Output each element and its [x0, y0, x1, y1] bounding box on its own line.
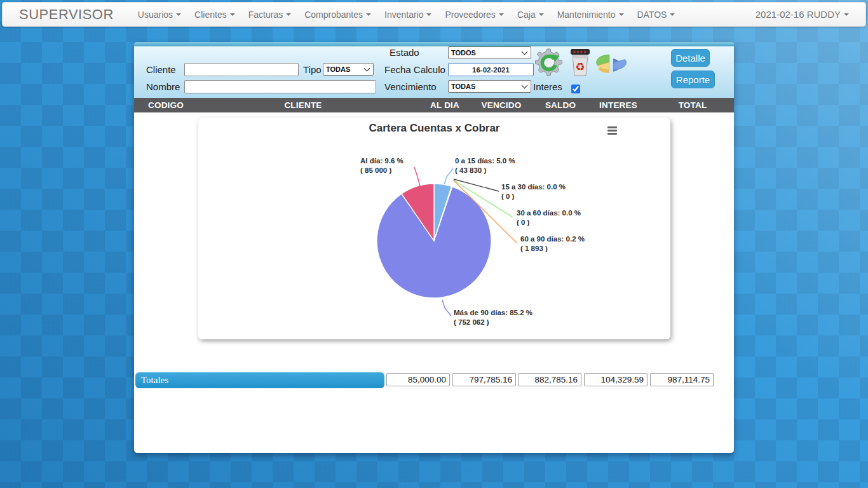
main-menu: Usuarios Clientes Facturas Comprobantes …: [138, 10, 675, 20]
interes-checkbox[interactable]: [571, 85, 580, 93]
top-navbar: SUPERVISOR Usuarios Clientes Facturas Co…: [2, 2, 866, 27]
pie-connector: [454, 179, 499, 191]
col-aldia: AL DIA: [430, 100, 459, 110]
totals-label-bar: Totales: [135, 372, 384, 388]
pie-connector: [414, 167, 420, 186]
chevron-down-icon: [670, 13, 675, 16]
pie-slice-label: Al día: 9.6 %( 85 000 ): [360, 156, 403, 175]
vencimiento-select-wrap: TODAS: [448, 80, 531, 93]
main-card: Estado TODOS Cliente Tipo TODAS Fecha Ca…: [134, 42, 734, 453]
col-interes: INTERES: [599, 100, 637, 110]
interes-label: Interes: [533, 81, 562, 92]
vencimiento-select[interactable]: TODAS: [448, 80, 531, 93]
fecha-calculo-input[interactable]: [448, 63, 534, 76]
total-interes-value: 104,329.59: [584, 373, 648, 386]
panel-top-strip: [134, 42, 734, 46]
pie-chart-icon[interactable]: [595, 52, 628, 76]
menu-inventario[interactable]: Inventario: [384, 10, 431, 20]
chevron-down-icon: [366, 13, 371, 16]
navbar-brand[interactable]: SUPERVISOR: [19, 6, 114, 23]
total-aldia-value: 85,000.00: [386, 373, 450, 386]
desktop-background: SUPERVISOR Usuarios Clientes Facturas Co…: [0, 0, 868, 488]
pie-chart: 0 a 15 días: 5.0 %( 43 830 )15 a 30 días…: [198, 118, 670, 339]
col-vencido: VENCIDO: [482, 100, 522, 110]
chevron-down-icon: [286, 13, 291, 16]
gear-refresh-icon[interactable]: [533, 46, 564, 76]
estado-select[interactable]: TODOS: [448, 46, 531, 59]
total-total-value: 987,114.75: [650, 373, 714, 386]
nombre-label: Nombre: [146, 81, 180, 92]
reporte-button[interactable]: Reporte: [671, 71, 715, 88]
fecha-calculo-label: Fecha Calculo: [384, 64, 445, 75]
total-vencido-value: 797,785.16: [452, 373, 516, 386]
table-header: CODIGO CLIENTE AL DIA VENCIDO SALDO INTE…: [134, 98, 734, 112]
col-saldo: SALDO: [545, 100, 576, 110]
chevron-down-icon: [426, 13, 431, 16]
trash-recycle-icon[interactable]: ♻: [566, 48, 594, 77]
pie-slice-label: 0 a 15 días: 5.0 %( 43 830 ): [455, 156, 515, 175]
col-codigo: CODIGO: [148, 100, 184, 110]
chevron-down-icon: [844, 13, 849, 16]
menu-usuarios[interactable]: Usuarios: [138, 10, 181, 20]
chevron-down-icon: [539, 13, 544, 16]
tipo-select[interactable]: TODAS: [323, 63, 374, 76]
estado-label: Estado: [390, 47, 419, 58]
menu-caja[interactable]: Caja: [517, 10, 544, 20]
cliente-input[interactable]: [184, 63, 299, 76]
user-menu[interactable]: 2021-02-16 RUDDY: [756, 9, 849, 20]
chevron-down-icon: [499, 13, 504, 16]
tipo-select-wrap: TODAS: [323, 63, 374, 76]
pie-connector: [444, 168, 453, 184]
chevron-down-icon: [230, 13, 235, 16]
detalle-button[interactable]: Detalle: [671, 49, 710, 67]
total-saldo-value: 882,785.16: [518, 373, 581, 386]
vencimiento-label: Vencimiento: [384, 81, 437, 92]
tipo-label: Tipo: [303, 64, 322, 75]
menu-proveedores[interactable]: Proveedores: [445, 10, 503, 20]
pie-slice-label: 15 a 30 días: 0.0 %( 0 ): [501, 182, 566, 201]
estado-select-wrap: TODOS: [448, 46, 531, 59]
totals-label: Totales: [141, 375, 168, 385]
col-total: TOTAL: [679, 100, 707, 110]
filter-panel: Estado TODOS Cliente Tipo TODAS Fecha Ca…: [134, 46, 734, 98]
menu-facturas[interactable]: Facturas: [248, 10, 291, 20]
chevron-down-icon: [619, 13, 624, 16]
totals-row: Totales 85,000.00 797,785.16 882,785.16 …: [134, 372, 734, 391]
pie-connector: [442, 300, 451, 316]
menu-comprobantes[interactable]: Comprobantes: [304, 10, 371, 20]
col-cliente: CLIENTE: [284, 100, 322, 110]
pie-slice-label: Más de 90 días: 85.2 %( 752 062 ): [454, 308, 532, 327]
menu-clientes[interactable]: Clientes: [194, 10, 235, 20]
cliente-label: Cliente: [146, 64, 176, 75]
pie-slice-label: 30 a 60 días: 0.0 %( 0 ): [517, 208, 581, 227]
pie-slice-label: 60 a 90 días: 0.2 %( 1 893 ): [520, 234, 585, 254]
nombre-input[interactable]: [184, 80, 376, 93]
chart-panel: Cartera Cuentas x Cobrar 0 a 15 días: 5.…: [198, 118, 670, 339]
svg-text:♻: ♻: [575, 60, 585, 73]
menu-mantenimiento[interactable]: Mantenimiento: [557, 10, 624, 20]
menu-datos[interactable]: DATOS: [637, 10, 675, 20]
chevron-down-icon: [176, 13, 181, 16]
